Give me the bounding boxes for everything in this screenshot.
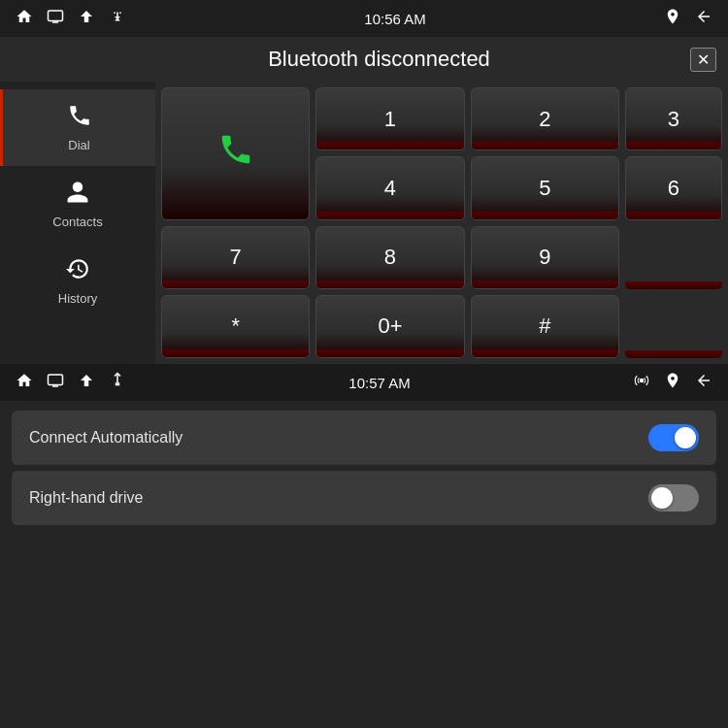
phone-icon bbox=[67, 103, 92, 134]
dial-key-4[interactable]: 4 bbox=[315, 156, 464, 219]
dial-key-1[interactable]: 1 bbox=[315, 87, 464, 150]
close-icon: ✕ bbox=[697, 50, 710, 69]
settings-list: Connect Automatically Right-hand drive bbox=[0, 401, 728, 541]
dial-key-5[interactable]: 5 bbox=[471, 156, 619, 219]
dial-key-2[interactable]: 2 bbox=[471, 87, 619, 150]
status-bar-right-icons bbox=[664, 8, 712, 29]
chevron-up-icon[interactable] bbox=[78, 8, 95, 29]
contacts-label: Contacts bbox=[52, 215, 102, 229]
sidebar-item-history[interactable]: History bbox=[0, 243, 155, 319]
dial-key-star[interactable]: * bbox=[161, 295, 310, 358]
dial-key-6[interactable]: 6 bbox=[625, 156, 722, 219]
close-button[interactable]: ✕ bbox=[690, 48, 716, 72]
dial-key-spacer bbox=[625, 226, 722, 289]
status-bar-left-icons bbox=[16, 8, 126, 29]
usb-icon[interactable] bbox=[109, 8, 126, 29]
location-icon[interactable] bbox=[664, 8, 681, 29]
bottom-status-right bbox=[633, 372, 712, 393]
top-time: 10:56 AM bbox=[364, 11, 425, 27]
dialpad-area: 1 2 3 4 5 6 7 8 9 * 0+ bbox=[155, 82, 728, 364]
sidebar-item-contacts[interactable]: Contacts bbox=[0, 166, 155, 243]
bottom-time: 10:57 AM bbox=[348, 375, 410, 391]
svg-rect-0 bbox=[49, 11, 63, 21]
main-content: Dial Contacts History 1 2 bbox=[0, 82, 728, 364]
bottom-status-left bbox=[16, 372, 126, 393]
right-hand-drive-label: Right-hand drive bbox=[29, 489, 143, 507]
usb-icon-2[interactable] bbox=[109, 372, 126, 393]
history-icon bbox=[65, 256, 90, 287]
dialpad-grid: 1 2 3 4 5 6 7 8 9 * 0+ bbox=[161, 87, 722, 358]
history-label: History bbox=[58, 291, 97, 306]
settings-item-right-hand-drive: Right-hand drive bbox=[12, 471, 716, 525]
bottom-panel: 10:57 AM Connect Automatically Right-han… bbox=[0, 364, 728, 728]
screen-icon-2[interactable] bbox=[47, 372, 64, 393]
bt-title: Bluetooth disconnected bbox=[68, 47, 690, 72]
location-icon-2[interactable] bbox=[664, 372, 681, 393]
dial-key-7[interactable]: 7 bbox=[161, 226, 310, 289]
home-icon[interactable] bbox=[16, 8, 33, 29]
bottom-status-bar: 10:57 AM bbox=[0, 364, 728, 401]
sidebar: Dial Contacts History bbox=[0, 82, 155, 364]
toggle-knob-rhd bbox=[651, 487, 673, 509]
chevron-up-icon-2[interactable] bbox=[78, 372, 95, 393]
dial-label: Dial bbox=[68, 138, 89, 152]
home-icon-2[interactable] bbox=[16, 372, 33, 393]
wifi-icon[interactable] bbox=[633, 372, 650, 393]
toggle-knob-connect bbox=[675, 427, 696, 448]
right-hand-drive-toggle[interactable] bbox=[648, 484, 699, 512]
dial-key-hash[interactable]: # bbox=[471, 295, 619, 358]
screen-icon[interactable] bbox=[47, 8, 64, 29]
dial-key-3[interactable]: 3 bbox=[625, 87, 722, 150]
svg-rect-3 bbox=[49, 375, 63, 385]
connect-auto-toggle[interactable] bbox=[648, 424, 699, 451]
dial-key-spacer2 bbox=[625, 295, 722, 358]
connect-auto-label: Connect Automatically bbox=[29, 429, 182, 447]
sidebar-item-dial[interactable]: Dial bbox=[0, 89, 155, 166]
dial-key-8[interactable]: 8 bbox=[315, 226, 464, 289]
svg-point-8 bbox=[640, 379, 645, 383]
bt-banner: Bluetooth disconnected ✕ bbox=[0, 37, 728, 82]
dial-key-9[interactable]: 9 bbox=[471, 226, 619, 289]
dial-key-0[interactable]: 0+ bbox=[315, 295, 464, 358]
top-panel: 10:56 AM Bluetooth disconnected ✕ bbox=[0, 0, 728, 364]
back-icon-top[interactable] bbox=[695, 8, 712, 29]
person-icon bbox=[65, 180, 90, 211]
call-button[interactable] bbox=[161, 87, 310, 220]
top-status-bar: 10:56 AM bbox=[0, 0, 728, 37]
settings-item-connect-auto: Connect Automatically bbox=[12, 411, 716, 465]
call-phone-icon bbox=[217, 131, 254, 176]
back-icon-bottom[interactable] bbox=[695, 372, 712, 393]
